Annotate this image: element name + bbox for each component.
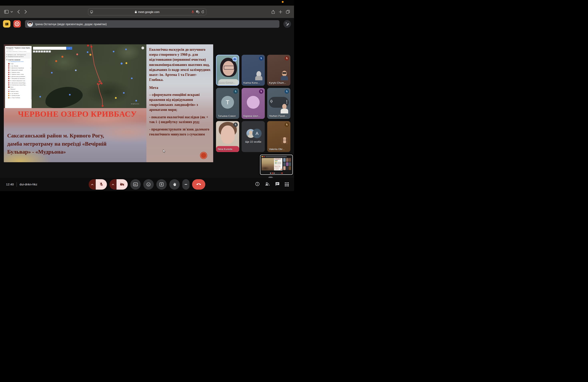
present-button[interactable]	[156, 179, 167, 190]
reload-icon[interactable]	[201, 10, 204, 13]
participant-name: Nina Kureda	[218, 148, 232, 151]
meet-app: Ірина Остапчук (веде презентацію, додає …	[0, 18, 294, 191]
participant-name: Yevhen Pavel...	[269, 115, 287, 117]
new-tab-icon[interactable]	[278, 6, 283, 18]
gemini-notes-button[interactable]	[283, 20, 291, 28]
raise-hand-icon	[172, 182, 177, 187]
mic-off-badge	[233, 122, 238, 127]
mic-mute-button[interactable]	[96, 179, 107, 190]
mic-permission-icon[interactable]	[192, 10, 194, 14]
slide-subtitle: Саксаганський район м. Кривого Рогу, дам…	[7, 132, 133, 156]
meet-topbar: Ірина Остапчук (веде презентацію, додає …	[3, 20, 291, 28]
gemini-pencil-icon	[285, 22, 289, 26]
participant-name: Татьяна Сокол	[218, 115, 236, 117]
slide-photo-area: ЧЕРВОНЕ ОЗЕРО КРИВБАСУ Саксаганський рай…	[4, 108, 147, 162]
map-scroll-up-icon: ▲	[30, 67, 31, 69]
presentation-paused-icon	[5, 22, 9, 26]
participant-name: Karina Kono...	[243, 81, 260, 84]
present-screen-icon	[159, 182, 164, 187]
map-layers-card: Екскурсія "Червоне озеро Крив... ⋮ 7 про…	[5, 46, 32, 109]
map-title: Екскурсія "Червоне озеро Крив...	[6, 47, 31, 49]
map-share: Поделиться	[19, 54, 26, 55]
forward-icon[interactable]	[23, 6, 28, 18]
reactions-button[interactable]	[143, 179, 154, 190]
thumbnail-photo	[262, 158, 274, 171]
presenter-name: Ірина Остапчук (веде презентацію, додає …	[35, 22, 106, 26]
slide-map-screenshot: МУДРЬОНА ⌕ Екскурсія "Червоне озеро Крив…	[4, 44, 147, 108]
more-options-button[interactable]	[182, 179, 189, 190]
captions-button[interactable]: CC	[130, 179, 141, 190]
map-search-icon: ⌕	[66, 47, 72, 50]
sidebar-toggle-icon[interactable]	[4, 6, 9, 18]
chevron-up-icon	[91, 184, 93, 185]
participant-tile-irina[interactable]: Ірина Остап...	[216, 55, 239, 86]
participant-tile-yevhen[interactable]: Yevhen Pavel...	[267, 88, 290, 119]
address-bar[interactable]: meet.google.com A 文	[88, 8, 206, 15]
system-menubar	[0, 0, 294, 6]
camera-off-button[interactable]	[117, 179, 128, 190]
recording-chip[interactable]	[13, 20, 21, 28]
participant-name: Valeriia Obr...	[269, 148, 285, 151]
participant-name: Ірина Остап...	[218, 81, 235, 84]
mic-options-button[interactable]	[89, 179, 96, 190]
thumbnail-lat: 47.924976	[274, 167, 279, 169]
mic-off-badge	[285, 56, 289, 60]
tile-more-options-icon[interactable]	[286, 99, 287, 104]
thumbnail-participant-grid	[283, 158, 291, 171]
browser-toolbar: meet.google.com A 文	[0, 6, 294, 18]
screen-share-thumbnail[interactable]: КРИВИЙ РІГ Ірина Остапчук Червоне озеро …	[260, 155, 293, 175]
participant-tile-karina-sh[interactable]: Карина Шел...	[242, 88, 265, 119]
shared-presentation[interactable]: МУДРЬОНА ⌕ Екскурсія "Червоне озеро Крив…	[4, 44, 213, 162]
map-search-bar: ⌕	[33, 47, 72, 50]
translate-icon[interactable]: A 文	[196, 10, 199, 13]
url-text: meet.google.com	[138, 10, 159, 14]
meet-bottom-bar: 12:40 dui-dnkn-hkz	[0, 178, 294, 191]
map-style-link: Индивидуальный стиль	[10, 61, 24, 62]
thumbnail-caption: Червоне озеро	[274, 166, 280, 167]
participant-tile-overflow[interactable]: A Ще 22 особи	[242, 121, 265, 152]
chat-icon	[275, 182, 280, 186]
mouse-cursor	[163, 149, 166, 153]
end-call-button[interactable]	[192, 179, 205, 190]
captions-icon: CC	[133, 182, 138, 186]
camera-control	[110, 179, 128, 190]
participant-name: Карина Шел...	[243, 115, 260, 117]
map-station-label: МУДРЬОНА	[131, 103, 139, 104]
map-views: 7 просмотров	[6, 49, 31, 50]
map-scrollbar	[31, 70, 31, 99]
slide-paragraph: Екологічна екскурсія до штучного озера с…	[149, 47, 211, 82]
map-waypoint-list: Старт 1. вул. Бикова 2. Дяконська кладов…	[6, 63, 31, 99]
thumbnail-title: КРИВИЙ РІГ	[274, 158, 281, 159]
participant-grid: Ірина Остап... Karina Kono...	[216, 55, 290, 152]
participant-tile-tatyana[interactable]: T Татьяна Сокол	[216, 88, 239, 119]
people-button[interactable]	[265, 182, 270, 187]
mic-off-badge	[285, 89, 289, 94]
map-menu-icon: ⋮	[29, 47, 31, 49]
chevron-down-icon[interactable]	[10, 6, 13, 18]
pin-participant-icon[interactable]	[270, 100, 273, 104]
presenter-banner[interactable]: Ірина Остапчук (веде презентацію, додає …	[25, 20, 279, 28]
tabs-overview-icon[interactable]	[285, 6, 290, 18]
participant-tile-nina[interactable]: Nina Kureda	[216, 121, 239, 152]
svg-text:CC: CC	[134, 184, 137, 186]
participant-tile-karina-k[interactable]: Karina Kono...	[242, 55, 265, 86]
overflow-count: Ще 22 особи	[242, 140, 265, 143]
participant-name: Kyrylo Chum...	[269, 81, 286, 84]
share-icon[interactable]	[271, 6, 276, 18]
thumbnail-flag	[275, 160, 278, 161]
participant-tile-kyrylo[interactable]: Kyrylo Chum...	[267, 55, 290, 86]
activities-button[interactable]	[285, 182, 289, 186]
slide-text-panel: Екологічна екскурсія до штучного озера с…	[147, 44, 213, 162]
screen: meet.google.com A 文	[0, 0, 294, 191]
map-preview: Предварительный просмотр	[8, 56, 24, 57]
raise-hand-button[interactable]	[169, 179, 180, 190]
slide-goal-2: - показати екологічні наслідки (як + так…	[149, 115, 211, 125]
camera-options-button[interactable]	[110, 179, 116, 190]
people-icon	[265, 182, 270, 186]
slide-goal-1: – сформувати емоційні яскраві враження в…	[149, 92, 211, 112]
chat-button[interactable]	[275, 182, 280, 187]
back-icon[interactable]	[16, 6, 21, 18]
presentation-paused-chip[interactable]	[3, 20, 10, 28]
participant-tile-valeriia[interactable]: Valeriia Obr...	[267, 121, 290, 152]
info-button[interactable]	[255, 182, 260, 187]
